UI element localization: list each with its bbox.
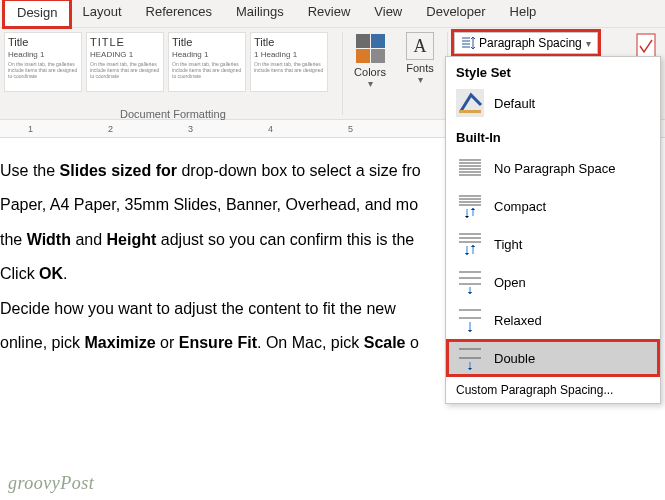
double-option[interactable]: Double <box>446 339 660 377</box>
style-body: On the insert tab, the galleries include… <box>254 61 324 73</box>
tab-references[interactable]: References <box>134 0 224 27</box>
default-option[interactable]: Default <box>446 84 660 122</box>
paragraph-spacing-label: Paragraph Spacing <box>479 36 582 50</box>
ruler-mark: 2 <box>108 124 113 134</box>
style-gallery[interactable]: Title Heading 1 On the insert tab, the g… <box>0 28 340 119</box>
ribbon-tabs: Design Layout References Mailings Review… <box>0 0 665 28</box>
option-label: No Paragraph Space <box>494 161 615 176</box>
colors-icon <box>354 32 386 64</box>
spacing-icon <box>456 230 484 258</box>
spacing-icon <box>456 192 484 220</box>
colors-label: Colors <box>354 66 386 78</box>
default-label: Default <box>494 96 535 111</box>
tab-help[interactable]: Help <box>498 0 549 27</box>
chevron-down-icon: ▾ <box>586 38 591 49</box>
style-body: On the insert tab, the galleries include… <box>172 61 242 79</box>
style-thumb[interactable]: Title Heading 1 On the insert tab, the g… <box>168 32 246 92</box>
spacing-icon <box>456 344 484 372</box>
svg-rect-0 <box>637 34 655 58</box>
style-heading: Heading 1 <box>8 50 78 59</box>
option-label: Open <box>494 275 526 290</box>
style-title: Title <box>172 36 242 48</box>
fonts-icon: A <box>406 32 434 60</box>
style-thumb[interactable]: Title Heading 1 On the insert tab, the g… <box>4 32 82 92</box>
ruler-mark: 4 <box>268 124 273 134</box>
option-label: Double <box>494 351 535 366</box>
style-set-header: Style Set <box>446 57 660 84</box>
style-title: Title <box>8 36 78 48</box>
fonts-button[interactable]: A Fonts ▾ <box>395 28 445 119</box>
relaxed-option[interactable]: Relaxed <box>446 301 660 339</box>
spacing-icon <box>456 306 484 334</box>
fonts-label: Fonts <box>406 62 434 74</box>
tab-mailings[interactable]: Mailings <box>224 0 296 27</box>
tab-developer[interactable]: Developer <box>414 0 497 27</box>
spacing-icon <box>456 268 484 296</box>
style-body: On the insert tab, the galleries include… <box>8 61 78 79</box>
group-label: Document Formatting <box>120 108 226 120</box>
open-option[interactable]: Open <box>446 263 660 301</box>
tab-review[interactable]: Review <box>296 0 363 27</box>
style-body: On the insert tab, the galleries include… <box>90 61 160 79</box>
tight-option[interactable]: Tight <box>446 225 660 263</box>
style-title: TITLE <box>90 36 160 48</box>
built-in-header: Built-In <box>446 122 660 149</box>
watermark: groovyPost <box>8 473 94 494</box>
custom-paragraph-spacing[interactable]: Custom Paragraph Spacing... <box>446 377 660 399</box>
colors-button[interactable]: Colors ▾ <box>345 28 395 119</box>
style-thumb[interactable]: TITLE HEADING 1 On the insert tab, the g… <box>86 32 164 92</box>
paragraph-spacing-dropdown: Style Set Default Built-In No Paragraph … <box>445 56 661 404</box>
compact-option[interactable]: Compact <box>446 187 660 225</box>
paragraph-spacing-button[interactable]: Paragraph Spacing ▾ <box>454 32 598 54</box>
ruler-mark: 5 <box>348 124 353 134</box>
chevron-down-icon: ▾ <box>368 78 373 89</box>
spacing-icon <box>456 154 484 182</box>
svg-rect-1 <box>459 110 481 113</box>
style-heading: Heading 1 <box>172 50 242 59</box>
separator <box>342 32 343 115</box>
paragraph-spacing-icon <box>461 36 475 50</box>
ruler-mark: 1 <box>28 124 33 134</box>
ruler-mark: 3 <box>188 124 193 134</box>
tab-layout[interactable]: Layout <box>70 0 133 27</box>
style-heading: 1 Heading 1 <box>254 50 324 59</box>
no-paragraph-space-option[interactable]: No Paragraph Space <box>446 149 660 187</box>
option-label: Tight <box>494 237 522 252</box>
option-label: Relaxed <box>494 313 542 328</box>
tab-design[interactable]: Design <box>4 0 70 27</box>
tab-view[interactable]: View <box>362 0 414 27</box>
style-thumb[interactable]: Title 1 Heading 1 On the insert tab, the… <box>250 32 328 92</box>
default-icon <box>456 89 484 117</box>
chevron-down-icon: ▾ <box>418 74 423 85</box>
style-heading: HEADING 1 <box>90 50 160 59</box>
option-label: Compact <box>494 199 546 214</box>
style-title: Title <box>254 36 324 48</box>
